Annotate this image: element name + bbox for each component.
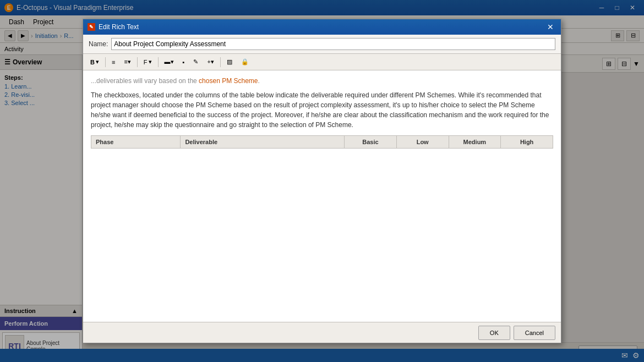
dialog-toolbar: B▾ ≡ ≡▾ F▾ ▬▾ ▪ ✎ +▾ ▨ 🔒 bbox=[83, 54, 561, 70]
box-button[interactable]: ▪ bbox=[179, 56, 189, 68]
cancel-button[interactable]: Cancel bbox=[514, 326, 555, 340]
dialog-title-icon: ✎ bbox=[88, 23, 95, 31]
col-phase: Phase bbox=[91, 136, 181, 149]
dialog-close-button[interactable]: ✕ bbox=[544, 22, 556, 32]
dialog-title-bar: ✎ Edit Rich Text ✕ bbox=[83, 19, 561, 35]
font-button[interactable]: F▾ bbox=[140, 56, 156, 68]
list-button-2[interactable]: ≡▾ bbox=[120, 56, 134, 68]
dialog-footer: OK Cancel bbox=[83, 322, 561, 343]
edit-rich-text-dialog: ✎ Edit Rich Text ✕ Name: B▾ ≡ ≡▾ F▾ ▬▾ ▪… bbox=[83, 19, 561, 343]
toolbar-sep-3 bbox=[158, 57, 159, 67]
lock-button[interactable]: 🔒 bbox=[237, 56, 253, 68]
bold-button[interactable]: B▾ bbox=[86, 56, 103, 68]
edit-toolbar-button[interactable]: ✎ bbox=[189, 56, 202, 68]
body-text: The checkboxes, located under the column… bbox=[91, 90, 553, 130]
list-button-1[interactable]: ≡ bbox=[108, 56, 119, 68]
toolbar-sep-2 bbox=[137, 57, 138, 67]
ok-button[interactable]: OK bbox=[478, 326, 510, 340]
dialog-content[interactable]: ...deliverables will vary based on the c… bbox=[83, 70, 561, 322]
toolbar-sep-1 bbox=[105, 57, 106, 67]
dialog-name-row: Name: bbox=[83, 35, 561, 54]
toolbar-sep-4 bbox=[220, 57, 221, 67]
col-deliverable: Deliverable bbox=[181, 136, 345, 149]
color-button[interactable]: ▬▾ bbox=[161, 56, 178, 68]
name-label: Name: bbox=[89, 40, 108, 48]
col-basic: Basic bbox=[345, 136, 397, 149]
image-button[interactable]: ▨ bbox=[223, 56, 236, 68]
col-medium: Medium bbox=[449, 136, 501, 149]
dialog-overlay: ✎ Edit Rich Text ✕ Name: B▾ ≡ ≡▾ F▾ ▬▾ ▪… bbox=[0, 0, 644, 362]
col-high: High bbox=[501, 136, 553, 149]
plus-button[interactable]: +▾ bbox=[203, 56, 217, 68]
intro-text: ...deliverables will vary based on the c… bbox=[91, 76, 553, 86]
name-input[interactable] bbox=[111, 38, 555, 50]
deliverable-table: Phase Deliverable Basic Low Medium High bbox=[91, 135, 553, 149]
dialog-title-text: Edit Rich Text bbox=[99, 23, 544, 31]
col-low: Low bbox=[396, 136, 449, 149]
